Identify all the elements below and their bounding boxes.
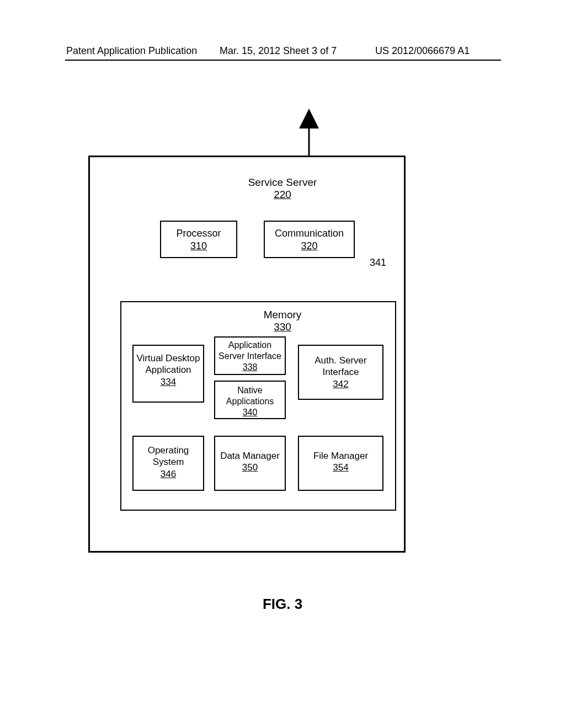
- dmg-ref: 350: [242, 462, 258, 473]
- communication-label: Communication: [275, 228, 344, 239]
- native-applications-box: Native Applications 340: [214, 381, 286, 419]
- operating-system-box: Operating System 346: [132, 436, 204, 491]
- auth-label: Auth. Server Interface: [315, 355, 367, 377]
- data-manager-box: Data Manager 350: [214, 436, 286, 491]
- vda-label: Virtual Desktop Application: [137, 353, 200, 375]
- processor-box: Processor 310: [160, 221, 237, 258]
- header-right: US 2012/0066679 A1: [375, 45, 470, 57]
- bus-ref-label: 341: [370, 257, 386, 269]
- service-server-ref: 220: [274, 189, 291, 200]
- nat-label: Native Applications: [226, 386, 274, 406]
- communication-ref: 320: [301, 240, 317, 251]
- service-server-label: Service Server: [248, 176, 317, 188]
- auth-ref: 342: [333, 379, 348, 389]
- header-mid: Mar. 15, 2012 Sheet 3 of 7: [220, 45, 337, 57]
- memory-ref: 330: [274, 321, 291, 333]
- processor-ref: 310: [190, 240, 207, 251]
- vda-ref: 334: [161, 377, 176, 387]
- nat-ref: 340: [243, 408, 258, 417]
- asi-ref: 338: [243, 362, 258, 372]
- header-rule: [65, 60, 501, 61]
- file-manager-box: File Manager 354: [298, 436, 383, 491]
- memory-label: Memory: [264, 309, 302, 320]
- page: Patent Application Publication Mar. 15, …: [0, 0, 565, 728]
- communication-box: Communication 320: [264, 221, 355, 258]
- auth-server-interface-box: Auth. Server Interface 342: [298, 345, 383, 400]
- memory-title: Memory 330: [0, 309, 565, 333]
- fmg-label: File Manager: [313, 451, 368, 461]
- fmg-ref: 354: [333, 462, 348, 473]
- header-left: Patent Application Publication: [66, 45, 197, 57]
- os-ref: 346: [161, 469, 176, 479]
- application-server-interface-box: Application Server Interface 338: [214, 336, 286, 375]
- virtual-desktop-application-box: Virtual Desktop Application 334: [132, 345, 204, 403]
- os-label: Operating System: [148, 445, 189, 467]
- figure-caption: FIG. 3: [0, 596, 565, 613]
- processor-label: Processor: [176, 228, 221, 239]
- service-server-title: Service Server 220: [0, 176, 565, 201]
- dmg-label: Data Manager: [220, 451, 280, 461]
- asi-label: Application Server Interface: [218, 340, 281, 361]
